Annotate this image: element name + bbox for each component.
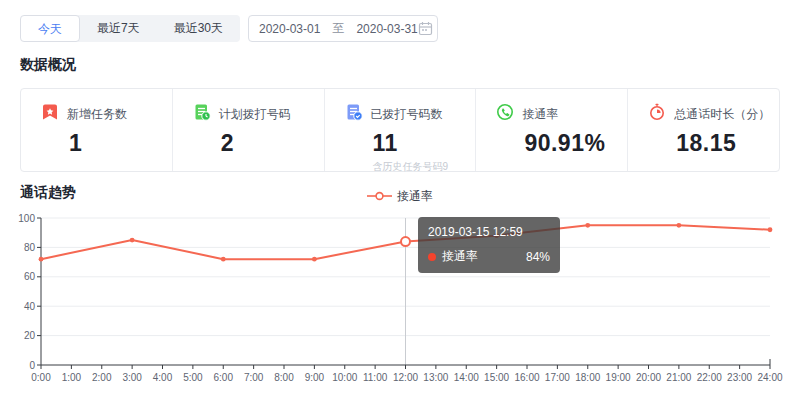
svg-text:20: 20 — [24, 330, 36, 341]
date-filter-tabs: 今天 最近7天 最近30天 — [20, 15, 240, 42]
legend-item-connection-rate[interactable]: 接通率 — [0, 188, 800, 205]
svg-text:8:00: 8:00 — [274, 372, 294, 383]
tab-last-7-days[interactable]: 最近7天 — [80, 15, 157, 42]
svg-text:3:00: 3:00 — [122, 372, 142, 383]
svg-text:9:00: 9:00 — [305, 372, 325, 383]
stat-value: 18.15 — [676, 130, 779, 157]
svg-text:0:00: 0:00 — [31, 372, 51, 383]
svg-text:7:00: 7:00 — [244, 372, 264, 383]
stopwatch-icon — [648, 103, 666, 125]
stat-label: 接通率 — [522, 106, 558, 123]
stat-card-dialed-numbers: 已拨打号码数 11 含历史任务号码9 — [324, 89, 476, 171]
svg-text:0: 0 — [29, 360, 35, 371]
stat-card-new-tasks: 新增任务数 1 — [21, 89, 172, 171]
svg-text:23:00: 23:00 — [727, 372, 752, 383]
stat-value: 90.91% — [524, 130, 627, 157]
svg-text:24:00: 24:00 — [757, 372, 782, 383]
stat-value: 2 — [221, 130, 324, 157]
stat-card-total-duration: 总通话时长（分） 18.15 — [627, 89, 779, 171]
dialed-doc-icon — [345, 103, 363, 125]
svg-text:19:00: 19:00 — [606, 372, 631, 383]
stat-card-planned-numbers: 计划拨打号码 2 — [172, 89, 324, 171]
stat-value: 11 — [373, 130, 476, 157]
stat-label: 已拨打号码数 — [371, 106, 443, 123]
stat-card-connection-rate: 接通率 90.91% — [475, 89, 627, 171]
svg-text:18:00: 18:00 — [575, 372, 600, 383]
svg-text:4:00: 4:00 — [153, 372, 173, 383]
legend-label: 接通率 — [397, 188, 433, 205]
stat-label: 新增任务数 — [67, 106, 127, 123]
svg-text:22:00: 22:00 — [697, 372, 722, 383]
svg-text:80: 80 — [24, 242, 36, 253]
svg-text:12:00: 12:00 — [393, 372, 418, 383]
legend-line-marker-icon — [367, 190, 392, 204]
trend-line-chart[interactable]: 0204060801000:001:002:003:004:005:006:00… — [10, 205, 790, 395]
svg-text:10:00: 10:00 — [332, 372, 357, 383]
svg-text:100: 100 — [18, 213, 35, 224]
date-range-separator: 至 — [332, 20, 344, 37]
svg-text:21:00: 21:00 — [666, 372, 691, 383]
tab-last-30-days[interactable]: 最近30天 — [157, 15, 240, 42]
svg-text:16:00: 16:00 — [514, 372, 539, 383]
svg-text:60: 60 — [24, 271, 36, 282]
svg-text:13:00: 13:00 — [423, 372, 448, 383]
svg-text:2:00: 2:00 — [92, 372, 112, 383]
stat-note: 含历史任务号码9 — [373, 160, 476, 174]
stat-label: 总通话时长（分） — [674, 106, 770, 123]
svg-text:17:00: 17:00 — [545, 372, 570, 383]
svg-text:14:00: 14:00 — [454, 372, 479, 383]
phone-rate-icon — [496, 103, 514, 125]
svg-text:11:00: 11:00 — [363, 372, 388, 383]
task-bookmark-icon — [41, 103, 59, 125]
date-range-picker[interactable]: 2020-03-01 至 2020-03-31 — [248, 15, 438, 42]
svg-text:20:00: 20:00 — [636, 372, 661, 383]
start-date-value[interactable]: 2020-03-01 — [259, 22, 320, 36]
svg-text:1:00: 1:00 — [62, 372, 82, 383]
svg-text:5:00: 5:00 — [183, 372, 203, 383]
dashboard-page: 今天 最近7天 最近30天 2020-03-01 至 2020-03-31 数据… — [0, 0, 800, 400]
stat-label: 计划拨打号码 — [219, 106, 291, 123]
plan-doc-icon — [193, 103, 211, 125]
chart-canvas[interactable]: 0204060801000:001:002:003:004:005:006:00… — [10, 205, 790, 395]
overview-section-title: 数据概况 — [20, 56, 76, 74]
svg-text:15:00: 15:00 — [484, 372, 509, 383]
svg-text:6:00: 6:00 — [214, 372, 234, 383]
svg-text:40: 40 — [24, 301, 36, 312]
stat-cards-row: 新增任务数 1 计划拨打号码 2 — [20, 88, 780, 172]
end-date-value[interactable]: 2020-03-31 — [356, 22, 417, 36]
calendar-icon[interactable] — [418, 21, 433, 36]
tab-today[interactable]: 今天 — [20, 15, 80, 42]
stat-value: 1 — [69, 130, 172, 157]
